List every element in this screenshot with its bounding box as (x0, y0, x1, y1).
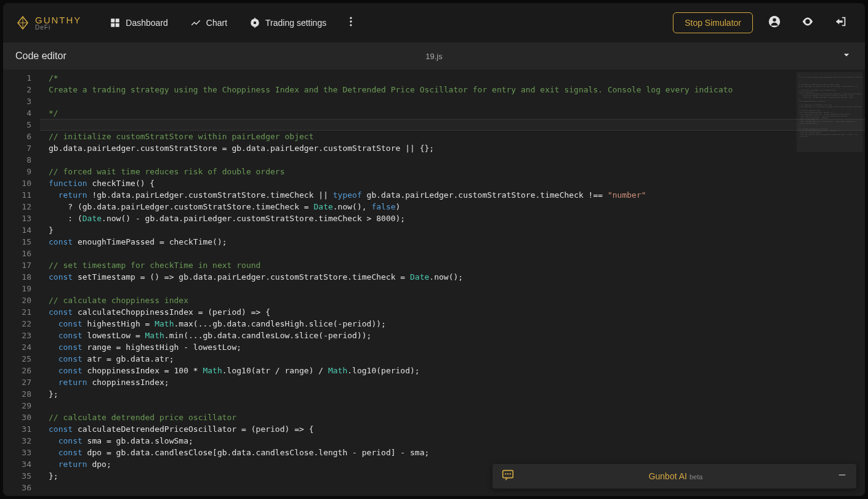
settings-icon (249, 17, 260, 28)
code-line[interactable]: const highestHigh = Math.max(...gb.data.… (49, 318, 794, 330)
logout-button[interactable] (829, 10, 853, 36)
line-number: 31 (3, 423, 40, 435)
line-number: 15 (3, 236, 40, 248)
diamond-icon (15, 15, 30, 30)
svg-point-12 (510, 474, 510, 474)
brand-name: GUNTHY (35, 15, 81, 25)
code-line[interactable]: gb.data.pairLedger.customStratStore = gb… (49, 142, 794, 154)
code-line[interactable]: return choppinessIndex; (49, 376, 794, 388)
line-number: 9 (3, 166, 40, 177)
code-line[interactable]: const enoughTimePassed = checkTime(); (49, 236, 794, 248)
svg-point-1 (254, 22, 257, 25)
line-number: 10 (3, 177, 40, 189)
line-number: 13 (3, 213, 40, 224)
code-line[interactable] (49, 248, 794, 259)
line-number: 20 (3, 294, 40, 306)
account-button[interactable] (763, 10, 786, 36)
line-number: 32 (3, 435, 40, 447)
line-number: 30 (3, 412, 40, 423)
stop-simulator-button[interactable]: Stop Simulator (673, 12, 753, 33)
code-line[interactable]: const lowestLow = Math.min(...gb.data.ca… (49, 330, 794, 341)
line-number: 5 (3, 119, 40, 131)
code-content[interactable]: /*Create a trading strategy using the Ch… (40, 70, 794, 496)
code-line[interactable]: } (49, 224, 794, 236)
code-line[interactable] (49, 154, 794, 166)
code-line[interactable]: const calculateDetrendedPriceOscillator … (49, 423, 794, 435)
code-line[interactable]: const sma = gb.data.slowSma; (49, 435, 794, 447)
line-number: 19 (3, 283, 40, 294)
nav-label: Chart (206, 18, 227, 28)
line-number: 27 (3, 376, 40, 388)
code-line[interactable]: */ (49, 107, 794, 119)
more-menu-button[interactable] (340, 10, 362, 35)
nav-chart[interactable]: Chart (182, 12, 236, 33)
collapse-editor-button[interactable] (840, 49, 853, 63)
brand-logo[interactable]: GUNTHY DeFi (15, 15, 81, 31)
svg-point-11 (508, 474, 508, 474)
nav-label: Dashboard (126, 18, 168, 28)
code-line[interactable]: const choppinessIndex = 100 * Math.log10… (49, 365, 794, 376)
code-line[interactable]: const setTimestamp = () => gb.data.pairL… (49, 271, 794, 283)
line-number: 28 (3, 388, 40, 400)
chart-icon (190, 17, 201, 28)
line-number: 33 (3, 447, 40, 458)
code-line[interactable]: ? (gb.data.pairLedger.customStratStore.t… (49, 201, 794, 213)
line-number: 16 (3, 248, 40, 259)
chat-icon (501, 468, 515, 484)
line-number: 4 (3, 107, 40, 119)
svg-rect-2 (254, 18, 255, 20)
gunbot-ai-bar[interactable]: Gunbot AIbeta (492, 464, 856, 489)
code-line[interactable]: // initialize customStratStore within pa… (49, 131, 794, 142)
code-line[interactable]: const calculateChoppinessIndex = (period… (49, 306, 794, 318)
more-vertical-icon (345, 15, 357, 28)
nav-trading-settings[interactable]: Trading settings (241, 12, 335, 33)
chevron-down-icon (840, 49, 853, 61)
code-line[interactable]: // forced wait time reduces risk of doub… (49, 166, 794, 177)
line-number: 18 (3, 271, 40, 283)
line-number: 2 (3, 84, 40, 95)
ai-bar-label: Gunbot AIbeta (522, 471, 829, 481)
line-number: 24 (3, 341, 40, 353)
app-frame: GUNTHY DeFi Dashboard Chart Trading sett… (3, 3, 865, 496)
line-number: 36 (3, 482, 40, 493)
code-line[interactable]: const range = highestHigh - lowestLow; (49, 341, 794, 353)
line-number: 1 (3, 72, 40, 84)
code-line[interactable]: const dpo = gb.data.candlesClose[gb.data… (49, 447, 794, 458)
ai-beta-badge: beta (689, 473, 702, 481)
line-number: 7 (3, 142, 40, 154)
svg-point-5 (350, 20, 352, 22)
nav-label: Trading settings (265, 18, 326, 28)
editor-filename[interactable]: 19.js (425, 52, 442, 61)
minimap[interactable]: /* Create a trading strategy using the C… (794, 70, 865, 496)
code-line[interactable] (49, 95, 794, 107)
code-line[interactable]: /* (49, 72, 794, 84)
visibility-button[interactable] (796, 10, 819, 36)
code-line[interactable]: const atr = gb.data.atr; (49, 353, 794, 365)
logout-icon (834, 15, 848, 28)
code-line[interactable]: // calculate choppiness index (49, 294, 794, 306)
brand-sub: DeFi (35, 25, 81, 31)
code-editor[interactable]: 1234567891011121314151617181920212223242… (3, 70, 865, 496)
code-line[interactable]: function checkTime() { (49, 177, 794, 189)
code-line[interactable]: }; (49, 388, 794, 400)
minimap-viewport: /* Create a trading strategy using the C… (797, 72, 862, 152)
nav-dashboard[interactable]: Dashboard (101, 12, 177, 33)
line-number: 8 (3, 154, 40, 166)
editor-panel-title: Code editor (15, 51, 66, 62)
topbar: GUNTHY DeFi Dashboard Chart Trading sett… (3, 3, 865, 43)
line-number: 35 (3, 470, 40, 482)
code-line[interactable]: Create a trading strategy using the Chop… (49, 84, 794, 95)
line-number: 21 (3, 306, 40, 318)
code-line[interactable]: return !gb.data.pairLedger.customStratSt… (49, 189, 794, 201)
code-line[interactable]: // calculate detrended price oscillator (49, 412, 794, 423)
line-number: 34 (3, 458, 40, 470)
code-line[interactable]: : (Date.now() - gb.data.pairLedger.custo… (49, 213, 794, 224)
code-line[interactable] (49, 400, 794, 412)
svg-point-8 (773, 18, 776, 22)
code-line[interactable] (49, 283, 794, 294)
active-line-highlight (40, 119, 865, 131)
line-number: 25 (3, 353, 40, 365)
code-line[interactable]: // set timestamp for checkTime in next r… (49, 259, 794, 271)
minimize-ai-button[interactable] (837, 469, 848, 483)
eye-icon (801, 15, 814, 28)
